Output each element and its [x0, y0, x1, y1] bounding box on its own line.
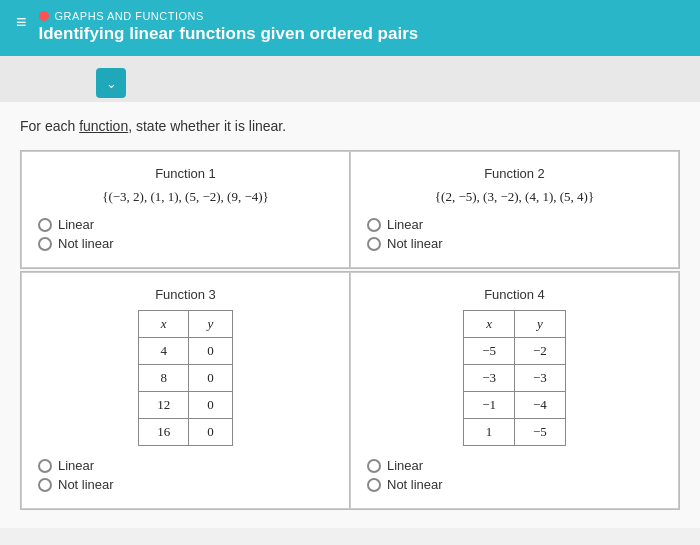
function3-title: Function 3 — [155, 287, 216, 302]
function3-table: x y 4 0 8 0 — [138, 310, 233, 446]
f4-r2-x: −3 — [464, 365, 515, 392]
function4-cell: Function 4 x y −5 −2 — [350, 272, 679, 509]
f4-r4-y: −5 — [515, 419, 566, 446]
function3-notlinear-label: Not linear — [58, 477, 114, 492]
table-row: 16 0 — [139, 419, 233, 446]
radio-circle — [367, 218, 381, 232]
table-row: −3 −3 — [464, 365, 566, 392]
chevron-down-icon: ⌄ — [106, 76, 117, 91]
content-area: For each function, state whether it is l… — [0, 102, 700, 528]
table-row: 1 −5 — [464, 419, 566, 446]
function2-set: {(2, −5), (3, −2), (4, 1), (5, 4)} — [367, 189, 662, 205]
function4-col-x: x — [464, 311, 515, 338]
f4-r1-x: −5 — [464, 338, 515, 365]
table-row: −1 −4 — [464, 392, 566, 419]
radio-circle — [38, 237, 52, 251]
function4-notlinear-label: Not linear — [387, 477, 443, 492]
f3-r3-x: 12 — [139, 392, 189, 419]
f3-r2-x: 8 — [139, 365, 189, 392]
menu-icon[interactable]: ≡ — [16, 12, 27, 33]
f3-r2-y: 0 — [189, 365, 233, 392]
f4-r2-y: −3 — [515, 365, 566, 392]
radio-circle — [38, 478, 52, 492]
functions-grid-bottom: Function 3 x y 4 0 — [20, 271, 680, 510]
function1-linear-option[interactable]: Linear — [38, 217, 333, 232]
table-row: 12 0 — [139, 392, 233, 419]
page-title: Identifying linear functions given order… — [39, 24, 419, 44]
function1-set: {(−3, 2), (1, 1), (5, −2), (9, −4)} — [38, 189, 333, 205]
function4-title: Function 4 — [484, 287, 545, 302]
function1-options: Linear Not linear — [38, 217, 333, 251]
radio-circle — [367, 237, 381, 251]
function3-options: Linear Not linear — [38, 458, 333, 492]
function1-title: Function 1 — [38, 166, 333, 181]
function1-cell: Function 1 {(−3, 2), (1, 1), (5, −2), (9… — [21, 151, 350, 268]
radio-circle — [367, 459, 381, 473]
function2-title: Function 2 — [367, 166, 662, 181]
function3-cell: Function 3 x y 4 0 — [21, 272, 350, 509]
radio-circle — [38, 218, 52, 232]
radio-circle — [38, 459, 52, 473]
f4-r3-x: −1 — [464, 392, 515, 419]
header-subtitle: GRAPHS AND FUNCTIONS — [39, 10, 419, 22]
function2-notlinear-option[interactable]: Not linear — [367, 236, 662, 251]
function4-col-y: y — [515, 311, 566, 338]
function3-notlinear-option[interactable]: Not linear — [38, 477, 333, 492]
function4-notlinear-option[interactable]: Not linear — [367, 477, 662, 492]
subtitle-label: GRAPHS AND FUNCTIONS — [55, 10, 204, 22]
function1-notlinear-option[interactable]: Not linear — [38, 236, 333, 251]
instruction-text: For each function, state whether it is l… — [20, 118, 680, 134]
table-row: 8 0 — [139, 365, 233, 392]
functions-grid-top: Function 1 {(−3, 2), (1, 1), (5, −2), (9… — [20, 150, 680, 269]
status-dot — [39, 11, 49, 21]
f3-r1-x: 4 — [139, 338, 189, 365]
function2-linear-label: Linear — [387, 217, 423, 232]
f3-r3-y: 0 — [189, 392, 233, 419]
function2-notlinear-label: Not linear — [387, 236, 443, 251]
collapse-button[interactable]: ⌄ — [96, 68, 126, 98]
function2-cell: Function 2 {(2, −5), (3, −2), (4, 1), (5… — [350, 151, 679, 268]
f3-r4-y: 0 — [189, 419, 233, 446]
function3-col-y: y — [189, 311, 233, 338]
function3-linear-option[interactable]: Linear — [38, 458, 333, 473]
function2-linear-option[interactable]: Linear — [367, 217, 662, 232]
table-row: 4 0 — [139, 338, 233, 365]
table-row: −5 −2 — [464, 338, 566, 365]
f3-r4-x: 16 — [139, 419, 189, 446]
function3-col-x: x — [139, 311, 189, 338]
function4-linear-option[interactable]: Linear — [367, 458, 662, 473]
header: ≡ GRAPHS AND FUNCTIONS Identifying linea… — [0, 0, 700, 56]
function4-linear-label: Linear — [387, 458, 423, 473]
function1-linear-label: Linear — [58, 217, 94, 232]
function4-table-container: x y −5 −2 −3 −3 — [463, 310, 566, 446]
header-text: GRAPHS AND FUNCTIONS Identifying linear … — [39, 10, 419, 44]
function1-notlinear-label: Not linear — [58, 236, 114, 251]
function4-options: Linear Not linear — [367, 458, 662, 492]
radio-circle — [367, 478, 381, 492]
f4-r1-y: −2 — [515, 338, 566, 365]
function3-linear-label: Linear — [58, 458, 94, 473]
function2-options: Linear Not linear — [367, 217, 662, 251]
function3-table-container: x y 4 0 8 0 — [138, 310, 233, 446]
function4-table: x y −5 −2 −3 −3 — [463, 310, 566, 446]
f4-r4-x: 1 — [464, 419, 515, 446]
f4-r3-y: −4 — [515, 392, 566, 419]
function4-wrap: Function 4 x y −5 −2 — [367, 287, 662, 458]
f3-r1-y: 0 — [189, 338, 233, 365]
function3-wrap: Function 3 x y 4 0 — [38, 287, 333, 458]
